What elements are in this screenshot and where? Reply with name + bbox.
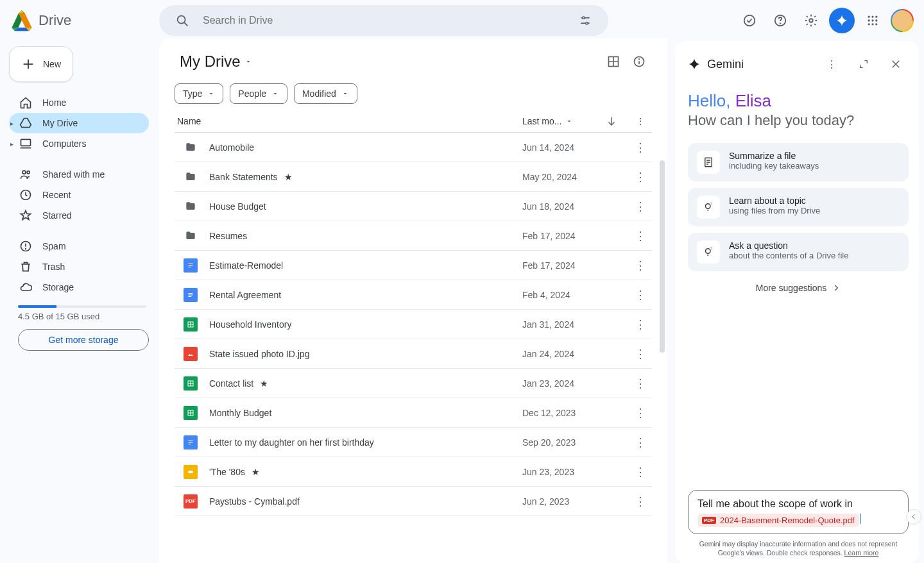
column-options-icon[interactable]: ⋮ <box>629 116 652 126</box>
nav-label: Shared with me <box>42 169 105 180</box>
nav-my-drive[interactable]: ▸My Drive <box>9 113 149 133</box>
file-row[interactable]: 'The '80s ★Jun 23, 2023⋮ <box>175 457 652 487</box>
file-name: Bank Statements ★ <box>209 172 522 182</box>
column-date[interactable]: Last mo... <box>522 116 606 126</box>
search-input[interactable] <box>203 15 572 26</box>
file-more-icon[interactable]: ⋮ <box>629 406 652 420</box>
learn-more-link[interactable]: Learn more <box>844 549 879 557</box>
file-more-icon[interactable]: ⋮ <box>629 347 652 361</box>
file-more-icon[interactable]: ⋮ <box>629 258 652 273</box>
svg-rect-54 <box>189 471 193 473</box>
account-avatar[interactable] <box>891 9 914 32</box>
drive-logo-icon <box>10 9 33 32</box>
file-row[interactable]: Contact list ★Jan 23, 2024⋮ <box>175 369 652 398</box>
file-row[interactable]: Bank Statements ★May 20, 2024⋮ <box>175 162 652 192</box>
file-name: Contact list ★ <box>209 378 522 389</box>
info-icon[interactable] <box>626 49 652 74</box>
scrollbar[interactable] <box>660 160 665 353</box>
get-storage-button[interactable]: Get more storage <box>18 329 149 351</box>
settings-icon[interactable] <box>798 8 824 33</box>
star-icon <box>19 209 32 222</box>
new-button[interactable]: New <box>9 46 73 82</box>
nav-label: Home <box>42 97 66 108</box>
gemini-input-text: Tell me about the scope of work in <box>697 498 853 509</box>
suggestion-desc: including key takeaways <box>729 161 819 171</box>
search-options-icon[interactable] <box>572 8 598 33</box>
file-more-icon[interactable]: ⋮ <box>629 229 652 243</box>
svg-point-0 <box>178 16 185 24</box>
search-bar[interactable] <box>159 5 608 36</box>
location-dropdown[interactable]: My Drive <box>175 50 257 73</box>
apps-grid-icon[interactable] <box>860 8 886 33</box>
offline-ready-icon[interactable] <box>737 8 762 33</box>
gemini-attachment-chip[interactable]: PDF 2024-Basement-Remodel-Quote.pdf <box>697 514 859 527</box>
file-more-icon[interactable]: ⋮ <box>629 199 652 214</box>
search-icon[interactable] <box>169 8 195 33</box>
filter-modified[interactable]: Modified <box>294 83 357 104</box>
nav-home[interactable]: Home <box>9 92 149 113</box>
file-row[interactable]: Rental AgreementFeb 4, 2024⋮ <box>175 280 652 310</box>
gemini-expand-icon[interactable] <box>851 51 877 77</box>
gemini-close-icon[interactable] <box>883 51 909 77</box>
folder-icon <box>184 170 198 184</box>
image-icon <box>184 347 198 361</box>
nav-computers[interactable]: ▸Computers <box>9 133 149 154</box>
bulb-icon <box>697 240 720 264</box>
app-name: Drive <box>38 12 71 29</box>
file-more-icon[interactable]: ⋮ <box>629 317 652 332</box>
folder-icon <box>184 229 198 243</box>
file-more-icon[interactable]: ⋮ <box>629 288 652 302</box>
nav-starred[interactable]: Starred <box>9 205 149 226</box>
collapse-sidepanel-button[interactable] <box>906 509 921 525</box>
help-icon[interactable] <box>767 8 793 33</box>
nav-label: Starred <box>42 210 72 221</box>
folder-icon <box>184 140 198 155</box>
file-row[interactable]: PDFPaystubs - Cymbal.pdfJun 2, 2023⋮ <box>175 487 652 516</box>
suggestion-card[interactable]: Ask a questionabout the contents of a Dr… <box>688 233 909 271</box>
gemini-input[interactable]: Tell me about the scope of work in PDF 2… <box>688 490 909 534</box>
text-cursor <box>860 514 861 524</box>
caret-down-icon <box>271 90 279 97</box>
nav-shared-with-me[interactable]: Shared with me <box>9 164 149 185</box>
file-name: House Budget <box>209 201 522 212</box>
gemini-more-icon[interactable]: ⋮ <box>819 51 844 77</box>
filter-people[interactable]: People <box>230 83 287 104</box>
file-row[interactable]: AutomobileJun 14, 2024⋮ <box>175 133 652 162</box>
file-row[interactable]: House BudgetJun 18, 2024⋮ <box>175 192 652 221</box>
column-name[interactable]: Name <box>175 116 522 126</box>
file-row[interactable]: Letter to my daughter on her first birth… <box>175 428 652 457</box>
file-row[interactable]: ResumesFeb 17, 2024⋮ <box>175 221 652 251</box>
gemini-launcher-icon[interactable] <box>829 8 855 33</box>
file-name: Household Inventory <box>209 319 522 330</box>
nav-trash[interactable]: Trash <box>9 256 149 277</box>
file-more-icon[interactable]: ⋮ <box>629 465 652 479</box>
nav-recent[interactable]: Recent <box>9 185 149 205</box>
file-more-icon[interactable]: ⋮ <box>629 435 652 450</box>
layout-toggle-icon[interactable] <box>601 49 626 74</box>
header-actions <box>737 8 914 33</box>
sort-direction-icon[interactable] <box>606 115 629 127</box>
svg-line-1 <box>184 22 187 26</box>
svg-rect-53 <box>189 444 192 444</box>
file-row[interactable]: State issued photo ID.jpgJan 24, 2024⋮ <box>175 339 652 369</box>
nav-spam[interactable]: Spam <box>9 236 149 256</box>
file-more-icon[interactable]: ⋮ <box>629 376 652 391</box>
filter-type[interactable]: Type <box>175 83 223 104</box>
file-row[interactable]: Household InventoryJan 31, 2024⋮ <box>175 310 652 339</box>
app-header: Drive <box>0 0 924 41</box>
suggestion-card[interactable]: Summarize a fileincluding key takeaways <box>688 143 909 181</box>
caret-down-icon <box>341 90 349 97</box>
file-more-icon[interactable]: ⋮ <box>629 170 652 184</box>
suggestion-card[interactable]: Learn about a topicusing files from my D… <box>688 188 909 226</box>
logo-block[interactable]: Drive <box>10 9 154 32</box>
more-suggestions-button[interactable]: More suggestions <box>756 283 841 293</box>
file-row[interactable]: Monthly BudgetDec 12, 2023⋮ <box>175 398 652 428</box>
file-row[interactable]: Estimate-RemodelFeb 17, 2024⋮ <box>175 251 652 280</box>
file-more-icon[interactable]: ⋮ <box>629 140 652 155</box>
drive-icon <box>19 117 32 130</box>
svg-point-61 <box>706 204 711 209</box>
nav-storage[interactable]: Storage <box>9 277 149 298</box>
file-name: Estimate-Remodel <box>209 260 522 271</box>
svg-rect-52 <box>189 442 193 442</box>
file-more-icon[interactable]: ⋮ <box>629 494 652 508</box>
